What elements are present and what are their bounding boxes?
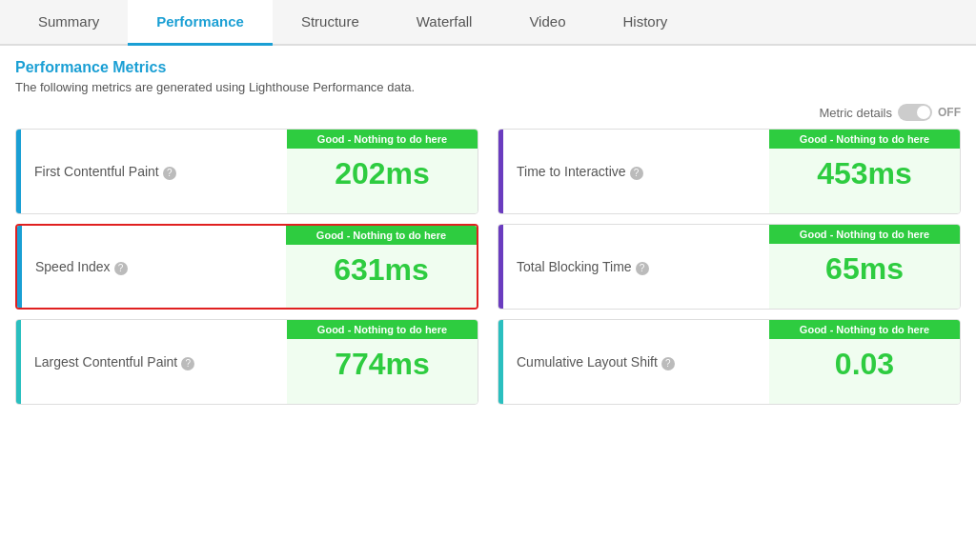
metric-question-tbt[interactable]: ? bbox=[636, 262, 649, 275]
metric-card-lcp: Largest Contentful Paint?Good - Nothing … bbox=[15, 319, 478, 405]
section-title: Performance Metrics bbox=[15, 59, 961, 76]
metric-value-fcp: 202ms bbox=[335, 149, 430, 197]
metric-label-fcp: First Contentful Paint bbox=[34, 164, 159, 179]
toggle-knob bbox=[917, 106, 930, 119]
metric-question-si[interactable]: ? bbox=[114, 262, 128, 275]
metric-question-cls[interactable]: ? bbox=[661, 357, 675, 370]
metric-label-lcp: Largest Contentful Paint bbox=[34, 354, 177, 370]
metric-question-tti[interactable]: ? bbox=[630, 167, 643, 180]
metric-badge-fcp: Good - Nothing to do here bbox=[287, 130, 478, 149]
metric-badge-tti: Good - Nothing to do here bbox=[769, 130, 960, 149]
main-content: Performance Metrics The following metric… bbox=[0, 46, 976, 414]
metric-value-cls: 0.03 bbox=[835, 339, 894, 388]
metric-details-toggle[interactable] bbox=[898, 104, 932, 121]
metric-question-fcp[interactable]: ? bbox=[163, 167, 176, 180]
tab-structure[interactable]: Structure bbox=[273, 0, 388, 46]
metric-card-tti: Time to Interactive?Good - Nothing to do… bbox=[498, 129, 961, 214]
metric-badge-cls: Good - Nothing to do here bbox=[769, 320, 960, 339]
tab-video[interactable]: Video bbox=[500, 0, 594, 46]
metric-question-lcp[interactable]: ? bbox=[181, 357, 194, 370]
tab-summary[interactable]: Summary bbox=[10, 0, 128, 46]
metric-card-tbt: Total Blocking Time?Good - Nothing to do… bbox=[498, 224, 961, 310]
metric-details-label: Metric details bbox=[819, 106, 892, 120]
metric-card-cls: Cumulative Layout Shift?Good - Nothing t… bbox=[498, 319, 961, 405]
metric-badge-si: Good - Nothing to do here bbox=[286, 226, 477, 245]
metric-value-tti: 453ms bbox=[817, 149, 912, 197]
metric-controls: Metric details OFF bbox=[15, 104, 961, 121]
tabs-bar: SummaryPerformanceStructureWaterfallVide… bbox=[0, 0, 976, 46]
metric-card-si: Speed Index?Good - Nothing to do here631… bbox=[15, 224, 478, 310]
metric-badge-lcp: Good - Nothing to do here bbox=[287, 320, 478, 339]
metric-label-si: Speed Index bbox=[35, 259, 111, 274]
metric-label-cls: Cumulative Layout Shift bbox=[517, 354, 658, 370]
section-desc: The following metrics are generated usin… bbox=[15, 80, 961, 94]
metric-value-lcp: 774ms bbox=[335, 339, 430, 388]
metric-value-tbt: 65ms bbox=[825, 244, 904, 292]
metric-card-fcp: First Contentful Paint?Good - Nothing to… bbox=[15, 129, 478, 214]
metric-value-si: 631ms bbox=[334, 245, 429, 293]
metric-badge-tbt: Good - Nothing to do here bbox=[769, 225, 960, 244]
toggle-state-label: OFF bbox=[938, 106, 961, 119]
tab-performance[interactable]: Performance bbox=[128, 0, 273, 46]
metric-label-tti: Time to Interactive bbox=[517, 164, 626, 179]
metric-label-tbt: Total Blocking Time bbox=[517, 259, 632, 274]
metrics-grid: First Contentful Paint?Good - Nothing to… bbox=[15, 129, 961, 405]
tab-waterfall[interactable]: Waterfall bbox=[388, 0, 501, 46]
tab-history[interactable]: History bbox=[594, 0, 696, 46]
